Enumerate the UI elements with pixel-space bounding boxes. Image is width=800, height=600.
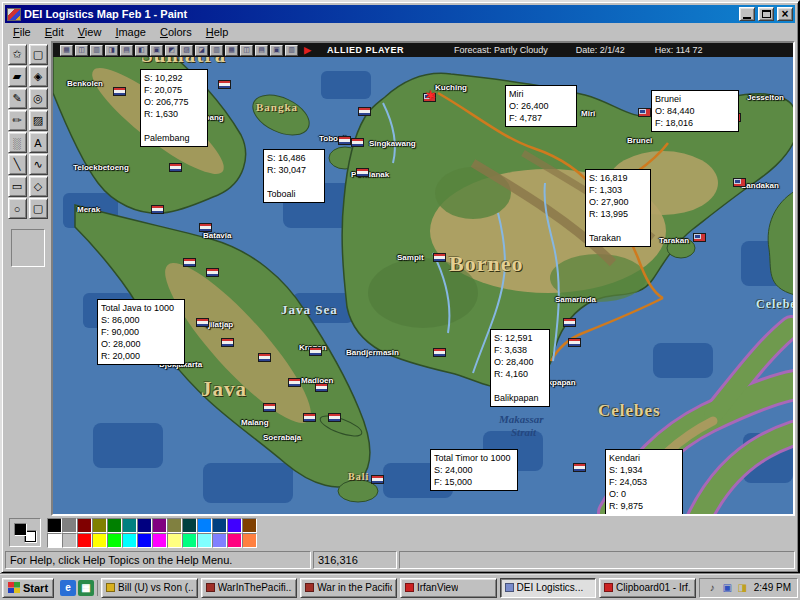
color-swatch[interactable] <box>152 533 167 548</box>
start-button[interactable]: Start <box>2 578 54 598</box>
tool-free-select[interactable]: ✩ <box>8 44 27 65</box>
dutch-flag-icon <box>183 258 196 267</box>
taskbar-item-bill-u-vs-ron[interactable]: Bill (U) vs Ron (... <box>101 578 198 598</box>
color-swatch[interactable] <box>197 533 212 548</box>
city-label-singkawang: Singkawang <box>369 139 416 148</box>
tv-tuner-icon[interactable]: ◨ <box>736 581 749 594</box>
region-label-celebes: Celebes <box>598 401 661 421</box>
tool-polygon[interactable]: ◇ <box>29 176 48 197</box>
color-swatch[interactable] <box>227 533 242 548</box>
menu-view[interactable]: View <box>71 24 109 40</box>
color-swatch[interactable] <box>182 533 197 548</box>
color-swatch[interactable] <box>92 533 107 548</box>
tool-select[interactable]: ▢ <box>29 44 48 65</box>
map-annotation-2: S: 16,486R: 30,047 Toboali <box>263 149 325 203</box>
dutch-flag-icon <box>113 87 126 96</box>
color-swatch[interactable] <box>167 518 182 533</box>
taskbar-item-dei-logistics[interactable]: DEI Logistics... <box>500 578 597 598</box>
taskbar: Start e▦ Bill (U) vs Ron (...WarInThePac… <box>0 574 800 600</box>
color-swatch[interactable] <box>137 533 152 548</box>
game-hex-label: Hex: 114 72 <box>655 45 703 56</box>
canvas-area[interactable]: ▦◫▥◨▤◧▣◩▨◪▥▦◫▤▣▥ ▶ ALLIED PLAYER Forecas… <box>51 41 795 516</box>
menu-file[interactable]: File <box>6 24 38 40</box>
color-swatch[interactable] <box>122 533 137 548</box>
minimize-button[interactable] <box>739 7 755 21</box>
british-flag-icon <box>733 178 746 187</box>
color-swatch[interactable] <box>122 518 137 533</box>
menu-colors[interactable]: Colors <box>153 24 199 40</box>
dutch-flag-icon <box>151 205 164 214</box>
menu-help[interactable]: Help <box>199 24 236 40</box>
color-swatch[interactable] <box>47 518 62 533</box>
volume-icon[interactable]: ♪ <box>706 581 719 594</box>
color-swatch[interactable] <box>152 518 167 533</box>
paint-app-icon[interactable] <box>7 8 21 21</box>
tool-magnifier[interactable]: ◎ <box>29 88 48 109</box>
city-label-soerabaja: Soerabaja <box>263 433 301 442</box>
color-swatch[interactable] <box>167 533 182 548</box>
tool-curve[interactable]: ∿ <box>29 154 48 175</box>
dutch-flag-icon <box>433 253 446 262</box>
tool-palette: ✩▢▰◈✎◎✏▨░A╲∿▭◇○▢ <box>5 41 51 516</box>
color-swatch[interactable] <box>212 518 227 533</box>
dutch-flag-icon <box>328 413 341 422</box>
taskbar-item-irfanview[interactable]: IrfanView <box>400 578 497 598</box>
maximize-button[interactable] <box>758 7 774 21</box>
display-settings-icon[interactable]: ▣ <box>721 581 734 594</box>
color-swatch[interactable] <box>77 518 92 533</box>
taskbar-item-clipboard01-irf[interactable]: Clipboard01 - Irf... <box>599 578 696 598</box>
color-swatch[interactable] <box>107 533 122 548</box>
tool-line[interactable]: ╲ <box>8 154 27 175</box>
game-toolbar-button-15: ▣ <box>270 45 283 56</box>
menu-image[interactable]: Image <box>108 24 153 40</box>
taskbar-item-warinthepacifi[interactable]: WarInThePacifi... <box>201 578 298 598</box>
tool-ellipse[interactable]: ○ <box>8 198 27 219</box>
game-toolbar-button-12: ▦ <box>225 45 238 56</box>
tool-text[interactable]: A <box>29 132 48 153</box>
color-swatch[interactable] <box>137 518 152 533</box>
color-swatch[interactable] <box>62 533 77 548</box>
color-swatch[interactable] <box>227 518 242 533</box>
color-swatch[interactable] <box>62 518 77 533</box>
color-swatch[interactable] <box>47 533 62 548</box>
tool-rounded-rectangle[interactable]: ▢ <box>29 198 48 219</box>
color-swatch[interactable] <box>197 518 212 533</box>
color-swatch[interactable] <box>182 518 197 533</box>
map-image[interactable]: ▦◫▥◨▤◧▣◩▨◪▥▦◫▤▣▥ ▶ ALLIED PLAYER Forecas… <box>53 43 795 516</box>
color-palette <box>5 516 795 549</box>
color-swatch[interactable] <box>242 518 257 533</box>
color-swatch[interactable] <box>242 533 257 548</box>
current-colors[interactable] <box>9 518 41 547</box>
game-play-icon: ▶ <box>304 45 311 56</box>
taskbar-items: Bill (U) vs Ron (...WarInThePacifi...War… <box>101 578 696 598</box>
color-swatch[interactable] <box>92 518 107 533</box>
city-label-miri: Miri <box>581 109 595 118</box>
tool-fill[interactable]: ◈ <box>29 66 48 87</box>
tool-options-box[interactable] <box>11 229 45 267</box>
tool-color-picker[interactable]: ✎ <box>8 88 27 109</box>
taskbar-item-war-in-the-pacific[interactable]: War in the Pacific <box>300 578 397 598</box>
internet-explorer-icon[interactable]: e <box>60 580 76 596</box>
region-label-java-sea: Java Sea <box>281 302 338 318</box>
city-label-kuching: Kuching <box>435 83 467 92</box>
tool-brush[interactable]: ▨ <box>29 110 48 131</box>
system-tray: ♪▣◨ 2:49 PM <box>699 578 798 598</box>
game-toolbar-button-8: ◩ <box>165 45 178 56</box>
tool-rectangle[interactable]: ▭ <box>8 176 27 197</box>
close-button[interactable]: × <box>777 7 793 21</box>
dutch-flag-icon <box>221 338 234 347</box>
quick-launch: e▦ <box>57 580 98 596</box>
color-swatch[interactable] <box>77 533 92 548</box>
region-label-bangka: Bangka <box>256 101 298 113</box>
tool-buttons: ✩▢▰◈✎◎✏▨░A╲∿▭◇○▢ <box>8 44 49 219</box>
color-swatch[interactable] <box>212 533 227 548</box>
color-swatches <box>47 518 257 548</box>
map-annotation-7: S: 12,591F: 3,638O: 28,400R: 4,160 Balik… <box>490 329 550 407</box>
show-desktop-icon[interactable]: ▦ <box>78 580 94 596</box>
tool-eraser[interactable]: ▰ <box>8 66 27 87</box>
city-label-samarinda: Samarinda <box>555 295 596 304</box>
tool-airbrush[interactable]: ░ <box>8 132 27 153</box>
tool-pencil[interactable]: ✏ <box>8 110 27 131</box>
menu-edit[interactable]: Edit <box>38 24 71 40</box>
color-swatch[interactable] <box>107 518 122 533</box>
